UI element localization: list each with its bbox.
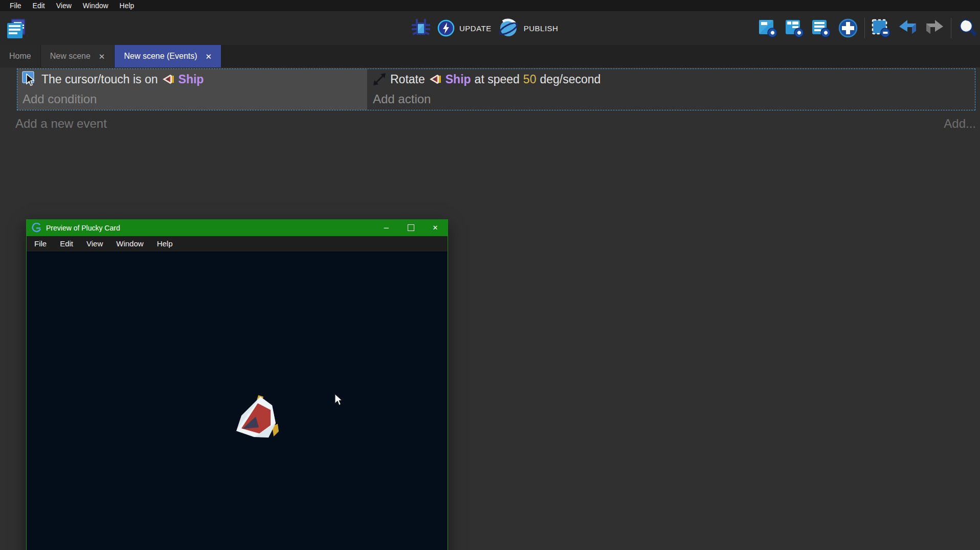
gdevelop-app: File Edit View Window Help — [0, 0, 980, 550]
menu-window[interactable]: Window — [77, 0, 114, 11]
toolbar-separator — [864, 18, 865, 38]
action-item[interactable]: Rotate Ship at speed 50 deg/second — [368, 69, 975, 89]
rotate-action-icon — [372, 72, 387, 86]
menu-help[interactable]: Help — [114, 0, 140, 11]
preview-menu-bar: File Edit View Window Help — [27, 236, 448, 251]
action-object-name: Ship — [446, 73, 471, 86]
action-verb: Rotate — [390, 73, 425, 86]
redo-icon[interactable] — [924, 18, 945, 38]
lightning-update-icon — [437, 19, 455, 37]
events-footer: Add a new event Add... — [0, 117, 980, 135]
tab-home[interactable]: Home — [0, 45, 41, 67]
preview-menu-view[interactable]: View — [80, 236, 109, 251]
right-toolbar-group — [758, 11, 978, 45]
add-new-event-button[interactable]: Add a new event — [15, 117, 107, 131]
ship-object-icon — [162, 74, 175, 85]
maximize-button[interactable] — [398, 219, 423, 236]
conditions-column[interactable]: The cursor/touch is on Ship Add conditio… — [17, 69, 367, 110]
undo-icon[interactable] — [898, 18, 918, 38]
search-icon[interactable] — [957, 18, 978, 38]
event-row[interactable]: The cursor/touch is on Ship Add conditio… — [17, 68, 975, 110]
close-tab-icon[interactable]: ✕ — [99, 53, 105, 60]
events-sheet: The cursor/touch is on Ship Add conditio… — [0, 67, 980, 550]
add-subevent-icon[interactable] — [785, 18, 805, 38]
close-button[interactable]: ✕ — [423, 219, 448, 236]
condition-object-name: Ship — [179, 73, 204, 86]
add-comment-icon[interactable] — [811, 18, 832, 38]
menu-edit[interactable]: Edit — [27, 0, 51, 11]
tab-new-scene[interactable]: New scene ✕ — [41, 45, 115, 67]
action-unit: deg/second — [540, 73, 600, 86]
preview-title-bar[interactable]: Preview of Plucky Card ─ ✕ — [27, 219, 448, 236]
choose-add-event-icon[interactable] — [838, 18, 858, 38]
action-value: 50 — [523, 73, 537, 86]
add-event-icon[interactable] — [758, 18, 778, 38]
condition-text: The cursor/touch is on — [41, 73, 158, 86]
preview-menu-help[interactable]: Help — [150, 236, 180, 251]
game-canvas[interactable] — [27, 251, 448, 550]
globe-publish-icon — [498, 17, 519, 39]
main-toolbar: UPDATE PUBLISH — [0, 11, 980, 45]
menu-view[interactable]: View — [51, 0, 77, 11]
add-condition-button[interactable]: Add condition — [17, 89, 367, 109]
gdevelop-logo-icon — [32, 223, 42, 233]
cursor-on-object-icon — [22, 71, 38, 88]
minimize-button[interactable]: ─ — [374, 219, 398, 236]
tab-new-scene-events[interactable]: New scene (Events) ✕ — [115, 45, 221, 67]
deselect-icon[interactable] — [871, 18, 892, 38]
tab-home-label: Home — [9, 52, 31, 61]
ship-sprite — [231, 393, 282, 441]
condition-item[interactable]: The cursor/touch is on Ship — [17, 69, 367, 89]
maximize-icon — [408, 224, 414, 231]
update-label: UPDATE — [459, 24, 492, 33]
publish-button[interactable]: PUBLISH — [498, 17, 559, 39]
preview-menu-edit[interactable]: Edit — [53, 236, 80, 251]
close-tab-icon[interactable]: ✕ — [206, 53, 212, 60]
action-text: at speed — [475, 73, 520, 86]
ship-object-icon — [429, 74, 442, 85]
tab-new-scene-events-label: New scene (Events) — [124, 52, 197, 61]
preview-window[interactable]: Preview of Plucky Card ─ ✕ File Edit Vie… — [26, 219, 448, 550]
menu-bar: File Edit View Window Help — [0, 0, 980, 11]
update-button[interactable]: UPDATE — [437, 19, 492, 37]
preview-menu-file[interactable]: File — [28, 236, 53, 251]
actions-column[interactable]: Rotate Ship at speed 50 deg/second Add a… — [368, 69, 975, 110]
add-event-menu-button[interactable]: Add... — [944, 117, 976, 131]
tab-new-scene-label: New scene — [50, 52, 91, 61]
add-action-button[interactable]: Add action — [368, 89, 975, 109]
project-manager-icon[interactable] — [5, 18, 27, 39]
mouse-cursor — [334, 394, 343, 406]
menu-file[interactable]: File — [4, 0, 27, 11]
preview-window-title: Preview of Plucky Card — [46, 224, 374, 232]
toolbar-separator — [951, 18, 951, 38]
center-toolbar-group: UPDATE PUBLISH — [411, 11, 558, 45]
debug-icon[interactable] — [411, 18, 431, 38]
preview-menu-window[interactable]: Window — [109, 236, 150, 251]
publish-label: PUBLISH — [524, 24, 559, 33]
tab-bar: Home New scene ✕ New scene (Events) ✕ — [0, 45, 980, 67]
